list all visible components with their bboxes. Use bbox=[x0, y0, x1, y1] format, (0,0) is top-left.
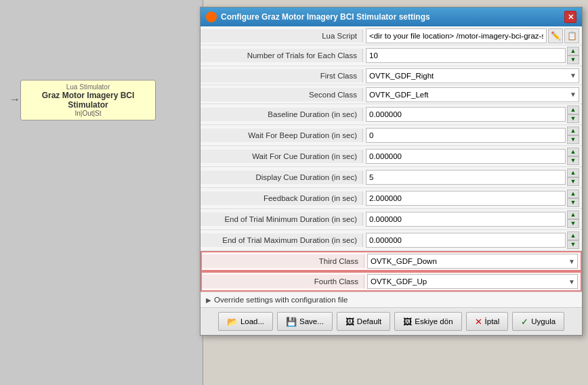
default-button-label: Default bbox=[357, 317, 381, 325]
default-button-icon: 🖼 bbox=[345, 317, 354, 327]
eskiye-button-label: Eskiye dön bbox=[415, 317, 453, 325]
spin-down-button[interactable]: ▼ bbox=[567, 55, 579, 64]
override-label: Override settings with configuration fil… bbox=[214, 296, 348, 304]
field-label: Baseline Duration (in sec) bbox=[201, 108, 363, 121]
form-row-number-of-trials-for-each-class: Number of Trials for Each Class▲▼ bbox=[201, 45, 582, 66]
field-select-3[interactable]: OVTK_GDF_RightOVTK_GDF_LeftOVTK_GDF_Down… bbox=[366, 87, 579, 102]
spin-down-button[interactable]: ▼ bbox=[567, 135, 579, 144]
save-button-label: Save... bbox=[299, 317, 324, 325]
form-row-first-class: First ClassOVTK_GDF_RightOVTK_GDF_LeftOV… bbox=[201, 66, 582, 85]
spin-buttons: ▲▼ bbox=[567, 127, 579, 144]
field-label: Second Class bbox=[201, 88, 363, 101]
spin-down-button[interactable]: ▼ bbox=[567, 198, 579, 207]
spin-up-button[interactable]: ▲ bbox=[567, 210, 579, 219]
form-row-baseline-duration-in-sec: Baseline Duration (in sec)▲▼ bbox=[201, 104, 582, 125]
uygula-button-icon: ✓ bbox=[521, 317, 528, 327]
spin-down-button[interactable]: ▼ bbox=[567, 240, 579, 249]
load-button-label: Load... bbox=[240, 317, 264, 325]
field-input-9[interactable] bbox=[366, 212, 566, 227]
iptal-button[interactable]: ✕İptal bbox=[466, 312, 509, 331]
field-label: Lua Script bbox=[201, 29, 363, 43]
field-select-12[interactable]: OVTK_GDF_RightOVTK_GDF_LeftOVTK_GDF_Down… bbox=[367, 274, 578, 289]
form-row-wait-for-beep-duration-in-sec: Wait For Beep Duration (in sec)▲▼ bbox=[201, 125, 582, 146]
field-control-area: OVTK_GDF_RightOVTK_GDF_LeftOVTK_GDF_Down… bbox=[363, 67, 582, 85]
dialog-window: Configure Graz Motor Imagery BCI Stimula… bbox=[200, 7, 583, 336]
uygula-button[interactable]: ✓Uygula bbox=[512, 312, 564, 331]
spin-buttons: ▲▼ bbox=[567, 210, 579, 228]
spin-up-button[interactable]: ▲ bbox=[567, 168, 579, 177]
field-label: Third Class bbox=[202, 254, 364, 268]
field-input-6[interactable] bbox=[366, 149, 566, 164]
select-wrapper: OVTK_GDF_RightOVTK_GDF_LeftOVTK_GDF_Down… bbox=[366, 68, 579, 83]
field-label: Feedback Duration (in sec) bbox=[201, 191, 363, 205]
form-row-third-class: Third ClassOVTK_GDF_RightOVTK_GDF_LeftOV… bbox=[201, 251, 582, 271]
select-wrapper: OVTK_GDF_RightOVTK_GDF_LeftOVTK_GDF_Down… bbox=[366, 87, 579, 102]
dialog-app-icon bbox=[206, 12, 217, 22]
canvas-area: → Lua Stimulator Graz Motor Imagery BCI … bbox=[0, 0, 203, 385]
field-control-area: ▲▼ bbox=[363, 209, 582, 229]
form-row-display-cue-duration-in-sec: Display Cue Duration (in sec)▲▼ bbox=[201, 167, 582, 188]
override-section: ▶ Override settings with configuration f… bbox=[201, 292, 582, 307]
spin-down-button[interactable]: ▼ bbox=[567, 156, 579, 165]
spin-down-button[interactable]: ▼ bbox=[567, 177, 579, 186]
field-control-area: OVTK_GDF_RightOVTK_GDF_LeftOVTK_GDF_Down… bbox=[364, 273, 581, 290]
dialog-title: Configure Graz Motor Imagery BCI Stimula… bbox=[221, 12, 430, 22]
spin-up-button[interactable]: ▲ bbox=[567, 106, 579, 114]
spin-buttons: ▲▼ bbox=[567, 168, 579, 186]
eskiye-button-icon: 🖼 bbox=[403, 317, 412, 327]
uygula-button-label: Uygula bbox=[531, 317, 555, 325]
field-label: Display Cue Duration (in sec) bbox=[201, 171, 363, 184]
default-button[interactable]: 🖼Default bbox=[337, 312, 390, 331]
field-control-area: ✏️📋 bbox=[363, 27, 582, 45]
field-label: Wait For Beep Duration (in sec) bbox=[201, 129, 363, 142]
form-row-end-of-trial-minimum-duration-in-sec: End of Trial Minimum Duration (in sec)▲▼ bbox=[201, 209, 582, 230]
node-ports: In|Out|St bbox=[26, 110, 150, 117]
field-label: End of Trial Minimum Duration (in sec) bbox=[201, 212, 363, 226]
dialog-close-button[interactable]: ✕ bbox=[564, 11, 576, 23]
field-input-5[interactable] bbox=[366, 128, 566, 143]
spin-up-button[interactable]: ▲ bbox=[567, 148, 579, 156]
browse-file-button[interactable]: 📋 bbox=[564, 28, 579, 43]
spin-down-button[interactable]: ▼ bbox=[567, 114, 579, 123]
field-label: Number of Trials for Each Class bbox=[201, 49, 363, 62]
field-input-8[interactable] bbox=[366, 191, 566, 206]
dialog-titlebar-left: Configure Graz Motor Imagery BCI Stimula… bbox=[206, 12, 430, 22]
field-label: End of Trial Maximum Duration (in sec) bbox=[201, 233, 363, 247]
field-select-11[interactable]: OVTK_GDF_RightOVTK_GDF_LeftOVTK_GDF_Down… bbox=[367, 254, 578, 269]
field-control-area: ▲▼ bbox=[363, 104, 582, 124]
field-control-area: ▲▼ bbox=[363, 146, 582, 166]
iptal-button-label: İptal bbox=[485, 317, 500, 325]
spin-up-button[interactable]: ▲ bbox=[567, 127, 579, 135]
spin-buttons: ▲▼ bbox=[567, 189, 579, 207]
field-input-4[interactable] bbox=[366, 107, 566, 122]
field-input-0[interactable] bbox=[366, 28, 547, 43]
field-control-area: ▲▼ bbox=[363, 125, 582, 145]
override-arrow-icon: ▶ bbox=[206, 296, 211, 304]
spin-up-button[interactable]: ▲ bbox=[567, 47, 579, 55]
spin-down-button[interactable]: ▼ bbox=[567, 219, 579, 228]
form-row-feedback-duration-in-sec: Feedback Duration (in sec)▲▼ bbox=[201, 188, 582, 209]
form-row-wait-for-cue-duration-in-sec: Wait For Cue Duration (in sec)▲▼ bbox=[201, 146, 582, 167]
edit-file-button[interactable]: ✏️ bbox=[548, 28, 563, 43]
node-arrow: → bbox=[9, 93, 20, 106]
node-main-label: Graz Motor Imagery BCI Stimulator bbox=[26, 91, 150, 110]
eskiye-button[interactable]: 🖼Eskiye dön bbox=[394, 312, 461, 331]
form-area: Lua Script✏️📋Number of Trials for Each C… bbox=[201, 26, 582, 292]
save-button[interactable]: 💾Save... bbox=[277, 312, 333, 331]
button-row: 📂Load...💾Save...🖼Default🖼Eskiye dön✕İpta… bbox=[201, 307, 582, 335]
field-input-1[interactable] bbox=[366, 48, 566, 63]
field-input-10[interactable] bbox=[366, 233, 566, 248]
spin-up-button[interactable]: ▲ bbox=[567, 231, 579, 240]
field-control-area: OVTK_GDF_RightOVTK_GDF_LeftOVTK_GDF_Down… bbox=[363, 86, 582, 104]
spin-up-button[interactable]: ▲ bbox=[567, 189, 579, 198]
field-control-area: ▲▼ bbox=[363, 230, 582, 250]
load-button[interactable]: 📂Load... bbox=[218, 312, 273, 331]
field-input-7[interactable] bbox=[366, 170, 566, 185]
field-control-area: ▲▼ bbox=[363, 45, 582, 66]
field-select-2[interactable]: OVTK_GDF_RightOVTK_GDF_LeftOVTK_GDF_Down… bbox=[366, 68, 579, 83]
form-row-second-class: Second ClassOVTK_GDF_RightOVTK_GDF_LeftO… bbox=[201, 85, 582, 104]
field-label: Fourth Class bbox=[202, 275, 364, 288]
dialog-titlebar: Configure Graz Motor Imagery BCI Stimula… bbox=[201, 7, 582, 26]
select-wrapper: OVTK_GDF_RightOVTK_GDF_LeftOVTK_GDF_Down… bbox=[367, 254, 578, 269]
field-control-area: ▲▼ bbox=[363, 188, 582, 208]
